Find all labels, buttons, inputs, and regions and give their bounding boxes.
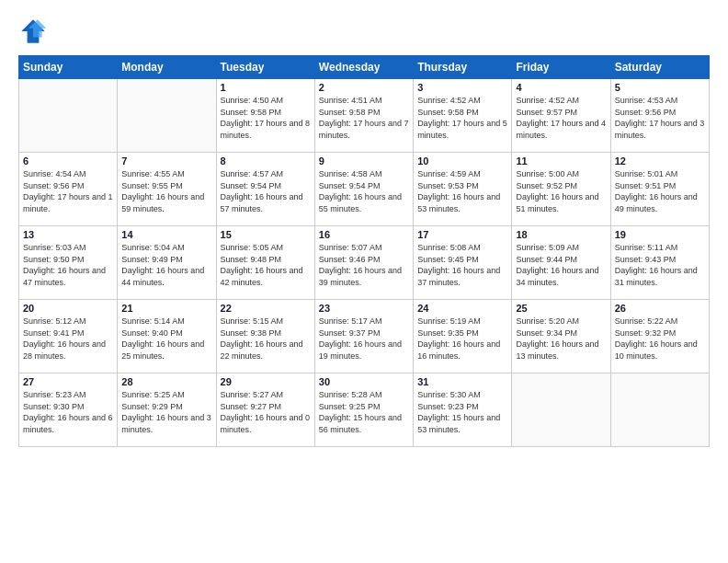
header — [18, 17, 710, 46]
day-number: 22 — [221, 303, 311, 314]
day-info: Sunrise: 5:25 AM Sunset: 9:29 PM Dayligh… — [121, 389, 211, 435]
calendar-week-2: 13Sunrise: 5:03 AM Sunset: 9:50 PM Dayli… — [19, 226, 710, 300]
day-info: Sunrise: 5:28 AM Sunset: 9:25 PM Dayligh… — [319, 389, 409, 435]
day-info: Sunrise: 4:52 AM Sunset: 9:57 PM Dayligh… — [516, 95, 606, 141]
calendar-cell: 9Sunrise: 4:58 AM Sunset: 9:54 PM Daylig… — [314, 153, 413, 226]
calendar-cell: 21Sunrise: 5:14 AM Sunset: 9:40 PM Dayli… — [118, 300, 216, 373]
day-info: Sunrise: 5:15 AM Sunset: 9:38 PM Dayligh… — [221, 316, 311, 362]
calendar-cell: 8Sunrise: 4:57 AM Sunset: 9:54 PM Daylig… — [216, 153, 314, 226]
day-number: 19 — [615, 229, 705, 240]
day-info: Sunrise: 5:30 AM Sunset: 9:23 PM Dayligh… — [417, 389, 507, 435]
calendar-cell: 23Sunrise: 5:17 AM Sunset: 9:37 PM Dayli… — [314, 300, 413, 373]
calendar-cell: 1Sunrise: 4:50 AM Sunset: 9:58 PM Daylig… — [216, 79, 314, 153]
day-info: Sunrise: 4:54 AM Sunset: 9:56 PM Dayligh… — [23, 168, 113, 214]
calendar-cell: 28Sunrise: 5:25 AM Sunset: 9:29 PM Dayli… — [118, 373, 216, 447]
day-info: Sunrise: 5:05 AM Sunset: 9:48 PM Dayligh… — [221, 242, 311, 288]
day-number: 9 — [319, 155, 409, 167]
day-info: Sunrise: 4:55 AM Sunset: 9:55 PM Dayligh… — [121, 168, 211, 214]
day-info: Sunrise: 4:59 AM Sunset: 9:53 PM Dayligh… — [417, 168, 507, 214]
day-info: Sunrise: 5:08 AM Sunset: 9:45 PM Dayligh… — [417, 242, 507, 288]
day-number: 8 — [221, 155, 311, 167]
day-info: Sunrise: 5:19 AM Sunset: 9:35 PM Dayligh… — [417, 316, 507, 362]
day-number: 29 — [221, 376, 311, 387]
day-number: 4 — [516, 82, 606, 93]
day-number: 16 — [319, 229, 409, 240]
day-number: 15 — [221, 229, 311, 240]
day-number: 31 — [417, 376, 507, 387]
day-info: Sunrise: 4:50 AM Sunset: 9:58 PM Dayligh… — [221, 95, 311, 141]
day-info: Sunrise: 5:12 AM Sunset: 9:41 PM Dayligh… — [23, 316, 113, 362]
logo — [18, 17, 51, 46]
calendar-cell: 11Sunrise: 5:00 AM Sunset: 9:52 PM Dayli… — [512, 153, 610, 226]
calendar-cell: 16Sunrise: 5:07 AM Sunset: 9:46 PM Dayli… — [314, 226, 413, 300]
day-number: 25 — [516, 303, 606, 314]
day-number: 13 — [23, 229, 113, 240]
calendar-cell: 20Sunrise: 5:12 AM Sunset: 9:41 PM Dayli… — [19, 300, 118, 373]
day-number: 10 — [417, 155, 507, 167]
calendar-cell: 2Sunrise: 4:51 AM Sunset: 9:58 PM Daylig… — [314, 79, 413, 153]
calendar-cell: 29Sunrise: 5:27 AM Sunset: 9:27 PM Dayli… — [216, 373, 314, 447]
calendar-cell: 31Sunrise: 5:30 AM Sunset: 9:23 PM Dayli… — [414, 373, 512, 447]
day-info: Sunrise: 5:20 AM Sunset: 9:34 PM Dayligh… — [516, 316, 606, 362]
calendar-cell: 12Sunrise: 5:01 AM Sunset: 9:51 PM Dayli… — [610, 153, 709, 226]
calendar-cell: 22Sunrise: 5:15 AM Sunset: 9:38 PM Dayli… — [216, 300, 314, 373]
day-number: 23 — [319, 303, 409, 314]
calendar-cell: 15Sunrise: 5:05 AM Sunset: 9:48 PM Dayli… — [216, 226, 314, 300]
day-info: Sunrise: 5:22 AM Sunset: 9:32 PM Dayligh… — [615, 316, 705, 362]
calendar-week-0: 1Sunrise: 4:50 AM Sunset: 9:58 PM Daylig… — [19, 79, 710, 153]
day-info: Sunrise: 5:17 AM Sunset: 9:37 PM Dayligh… — [319, 316, 409, 362]
day-number: 27 — [23, 376, 113, 387]
day-info: Sunrise: 5:27 AM Sunset: 9:27 PM Dayligh… — [221, 389, 311, 435]
day-number: 11 — [516, 155, 606, 167]
day-info: Sunrise: 5:09 AM Sunset: 9:44 PM Dayligh… — [516, 242, 606, 288]
day-number: 6 — [23, 155, 113, 167]
calendar-week-4: 27Sunrise: 5:23 AM Sunset: 9:30 PM Dayli… — [19, 373, 710, 447]
day-number: 2 — [319, 82, 409, 93]
day-info: Sunrise: 4:53 AM Sunset: 9:56 PM Dayligh… — [615, 95, 705, 141]
logo-icon — [18, 17, 48, 46]
calendar-header-thursday: Thursday — [414, 56, 512, 79]
day-info: Sunrise: 5:14 AM Sunset: 9:40 PM Dayligh… — [121, 316, 211, 362]
day-number: 24 — [417, 303, 507, 314]
calendar-cell — [118, 79, 216, 153]
calendar-cell: 24Sunrise: 5:19 AM Sunset: 9:35 PM Dayli… — [414, 300, 512, 373]
day-number: 7 — [121, 155, 211, 167]
calendar-week-3: 20Sunrise: 5:12 AM Sunset: 9:41 PM Dayli… — [19, 300, 710, 373]
calendar-cell: 27Sunrise: 5:23 AM Sunset: 9:30 PM Dayli… — [19, 373, 118, 447]
calendar-cell — [512, 373, 610, 447]
page: SundayMondayTuesdayWednesdayThursdayFrid… — [0, 0, 728, 563]
calendar-cell: 14Sunrise: 5:04 AM Sunset: 9:49 PM Dayli… — [118, 226, 216, 300]
calendar-header-row: SundayMondayTuesdayWednesdayThursdayFrid… — [19, 56, 710, 79]
day-info: Sunrise: 4:58 AM Sunset: 9:54 PM Dayligh… — [319, 168, 409, 214]
calendar-cell: 10Sunrise: 4:59 AM Sunset: 9:53 PM Dayli… — [414, 153, 512, 226]
calendar-cell: 3Sunrise: 4:52 AM Sunset: 9:58 PM Daylig… — [414, 79, 512, 153]
calendar-cell: 25Sunrise: 5:20 AM Sunset: 9:34 PM Dayli… — [512, 300, 610, 373]
calendar-header-wednesday: Wednesday — [314, 56, 413, 79]
day-info: Sunrise: 4:51 AM Sunset: 9:58 PM Dayligh… — [319, 95, 409, 141]
calendar-header-sunday: Sunday — [19, 56, 118, 79]
calendar-cell — [19, 79, 118, 153]
calendar-cell: 4Sunrise: 4:52 AM Sunset: 9:57 PM Daylig… — [512, 79, 610, 153]
day-number: 30 — [319, 376, 409, 387]
day-info: Sunrise: 5:00 AM Sunset: 9:52 PM Dayligh… — [516, 168, 606, 214]
day-number: 28 — [121, 376, 211, 387]
day-number: 21 — [121, 303, 211, 314]
day-number: 18 — [516, 229, 606, 240]
calendar-cell: 5Sunrise: 4:53 AM Sunset: 9:56 PM Daylig… — [610, 79, 709, 153]
day-number: 26 — [615, 303, 705, 314]
day-number: 3 — [417, 82, 507, 93]
day-number: 20 — [23, 303, 113, 314]
day-number: 12 — [615, 155, 705, 167]
day-number: 14 — [121, 229, 211, 240]
calendar-header-saturday: Saturday — [610, 56, 709, 79]
calendar-cell: 30Sunrise: 5:28 AM Sunset: 9:25 PM Dayli… — [314, 373, 413, 447]
calendar-cell: 6Sunrise: 4:54 AM Sunset: 9:56 PM Daylig… — [19, 153, 118, 226]
day-number: 17 — [417, 229, 507, 240]
day-number: 1 — [221, 82, 311, 93]
day-info: Sunrise: 5:04 AM Sunset: 9:49 PM Dayligh… — [121, 242, 211, 288]
day-info: Sunrise: 5:07 AM Sunset: 9:46 PM Dayligh… — [319, 242, 409, 288]
calendar-week-1: 6Sunrise: 4:54 AM Sunset: 9:56 PM Daylig… — [19, 153, 710, 226]
day-info: Sunrise: 5:01 AM Sunset: 9:51 PM Dayligh… — [615, 168, 705, 214]
calendar-cell: 7Sunrise: 4:55 AM Sunset: 9:55 PM Daylig… — [118, 153, 216, 226]
calendar: SundayMondayTuesdayWednesdayThursdayFrid… — [18, 55, 710, 447]
